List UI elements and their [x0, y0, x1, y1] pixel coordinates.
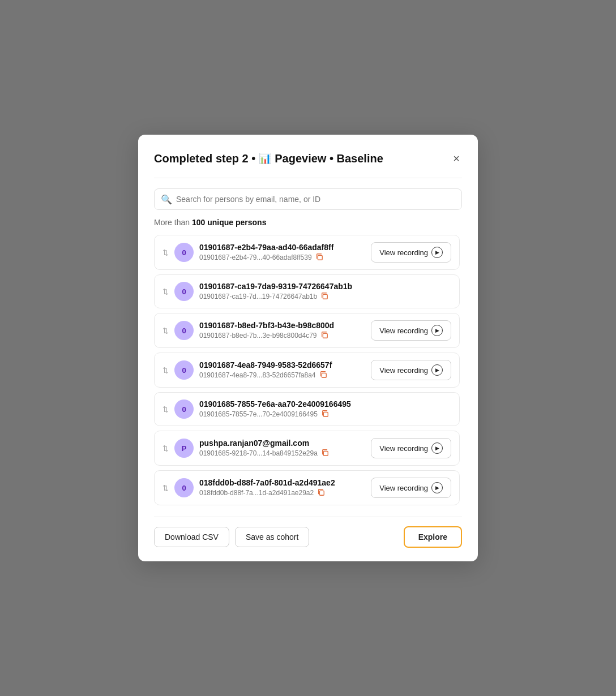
avatar: 0 — [174, 399, 194, 419]
close-button[interactable]: × — [451, 151, 462, 166]
svg-rect-2 — [323, 333, 327, 338]
person-sub: 01901685-7855-7e...70-2e4009166495 — [199, 410, 451, 419]
search-icon: 🔍 — [161, 194, 172, 205]
person-sub: 018fdd0b-d88f-7a...1d-a2d491ae29a2 — [199, 488, 365, 497]
person-id: 01901687-b8ed-7b...3e-b98c800d4c79 — [199, 332, 317, 340]
modal-dialog: Completed step 2 • 📊 Pageview • Baseline… — [138, 135, 478, 561]
person-info: 01901685-7855-7e6a-aa70-2e4009166495 019… — [199, 399, 451, 419]
person-sub: 01901687-ca19-7d...19-74726647ab1b — [199, 292, 451, 301]
title-prefix: Completed step 2 • — [154, 152, 255, 165]
person-name: 01901685-7855-7e6a-aa70-2e4009166495 — [199, 399, 451, 409]
person-id: 018fdd0b-d88f-7a...1d-a2d491ae29a2 — [199, 489, 314, 497]
download-csv-button[interactable]: Download CSV — [154, 527, 229, 547]
play-icon: ▶ — [431, 482, 443, 493]
person-id: 01901685-7855-7e...70-2e4009166495 — [199, 410, 318, 418]
svg-rect-0 — [318, 255, 322, 260]
svg-rect-6 — [320, 491, 324, 495]
modal-footer: Download CSV Save as cohort Explore — [154, 517, 462, 548]
person-card: ⇅ 0 01901687-4ea8-7949-9583-52d6657f 019… — [154, 353, 460, 388]
person-id: 01901685-9218-70...14-ba849152e29a — [199, 449, 318, 457]
view-recording-label: View recording — [379, 366, 428, 375]
person-info: 01901687-b8ed-7bf3-b43e-b98c800d 0190168… — [199, 321, 365, 340]
copy-id-button[interactable] — [320, 331, 328, 340]
person-name: 01901687-e2b4-79aa-ad40-66adaf8ff — [199, 243, 365, 252]
view-recording-label: View recording — [379, 326, 428, 335]
copy-id-button[interactable] — [315, 253, 323, 262]
copy-id-button[interactable] — [320, 292, 328, 301]
view-recording-button[interactable]: View recording ▶ — [371, 438, 451, 458]
view-recording-button[interactable]: View recording ▶ — [371, 478, 451, 498]
person-id: 01901687-4ea8-79...83-52d6657fa8a4 — [199, 371, 316, 379]
sort-icon: ⇅ — [162, 444, 169, 453]
person-sub: 01901687-b8ed-7b...3e-b98c800d4c79 — [199, 331, 365, 340]
person-card: ⇅ 0 01901687-ca19-7da9-9319-74726647ab1b… — [154, 274, 460, 308]
person-info: 01901687-e2b4-79aa-ad40-66adaf8ff 019016… — [199, 243, 365, 262]
person-sub: 01901687-e2b4-79...40-66adaf8ff539 — [199, 253, 365, 262]
title-suffix: Pageview • Baseline — [275, 152, 383, 165]
explore-button[interactable]: Explore — [404, 526, 462, 548]
avatar: 0 — [174, 282, 194, 301]
avatar: 0 — [174, 321, 194, 340]
svg-rect-5 — [323, 451, 328, 456]
modal-header: Completed step 2 • 📊 Pageview • Baseline… — [154, 151, 462, 166]
view-recording-button[interactable]: View recording ▶ — [371, 320, 451, 341]
play-icon: ▶ — [431, 247, 443, 258]
footer-left: Download CSV Save as cohort — [154, 527, 309, 547]
save-as-cohort-button[interactable]: Save as cohort — [235, 527, 309, 547]
avatar: 0 — [174, 243, 194, 262]
title-emoji: 📊 — [259, 152, 271, 165]
sort-icon: ⇅ — [162, 484, 169, 492]
copy-id-button[interactable] — [317, 488, 325, 497]
person-info: 01901687-4ea8-7949-9583-52d6657f 0190168… — [199, 360, 365, 380]
person-id: 01901687-e2b4-79...40-66adaf8ff539 — [199, 254, 312, 261]
person-name: 01901687-ca19-7da9-9319-74726647ab1b — [199, 282, 451, 291]
persons-list: ⇅ 0 01901687-e2b4-79aa-ad40-66adaf8ff 01… — [154, 235, 462, 505]
view-recording-label: View recording — [379, 484, 428, 492]
copy-id-button[interactable] — [321, 449, 329, 458]
view-recording-label: View recording — [379, 444, 428, 453]
person-card: ⇅ 0 01901687-b8ed-7bf3-b43e-b98c800d 019… — [154, 313, 460, 348]
person-info: 018fdd0b-d88f-7a0f-801d-a2d491ae2 018fdd… — [199, 478, 365, 497]
person-info: pushpa.ranjan07@gmail.com 01901685-9218-… — [199, 439, 365, 458]
search-wrapper: 🔍 — [154, 188, 462, 210]
sort-icon: ⇅ — [162, 326, 169, 335]
person-sub: 01901687-4ea8-79...83-52d6657fa8a4 — [199, 371, 365, 380]
person-name: 01901687-4ea8-7949-9583-52d6657f — [199, 360, 365, 370]
sort-icon: ⇅ — [162, 405, 169, 414]
avatar: P — [174, 439, 194, 458]
header-divider — [154, 178, 462, 178]
person-card: ⇅ 0 01901685-7855-7e6a-aa70-2e4009166495… — [154, 392, 460, 426]
svg-rect-4 — [323, 412, 328, 416]
sort-icon: ⇅ — [162, 248, 169, 257]
search-input[interactable] — [154, 188, 462, 210]
avatar: 0 — [174, 360, 194, 380]
view-recording-button[interactable]: View recording ▶ — [371, 360, 451, 380]
view-recording-button[interactable]: View recording ▶ — [371, 242, 451, 263]
play-icon: ▶ — [431, 325, 443, 336]
person-name: 01901687-b8ed-7bf3-b43e-b98c800d — [199, 321, 365, 330]
copy-id-button[interactable] — [321, 410, 329, 419]
person-card: ⇅ 0 018fdd0b-d88f-7a0f-801d-a2d491ae2 01… — [154, 470, 460, 505]
person-name: pushpa.ranjan07@gmail.com — [199, 439, 365, 448]
person-id: 01901687-ca19-7d...19-74726647ab1b — [199, 293, 317, 300]
svg-rect-1 — [323, 294, 328, 299]
person-name: 018fdd0b-d88f-7a0f-801d-a2d491ae2 — [199, 478, 365, 487]
view-recording-label: View recording — [379, 248, 428, 257]
svg-rect-3 — [322, 373, 326, 377]
person-card: ⇅ P pushpa.ranjan07@gmail.com 01901685-9… — [154, 431, 460, 466]
copy-id-button[interactable] — [319, 371, 327, 380]
sort-icon: ⇅ — [162, 287, 169, 296]
play-icon: ▶ — [431, 364, 443, 376]
play-icon: ▶ — [431, 442, 443, 454]
avatar: 0 — [174, 478, 194, 497]
persons-count: More than 100 unique persons — [154, 218, 462, 227]
sort-icon: ⇅ — [162, 366, 169, 375]
person-card: ⇅ 0 01901687-e2b4-79aa-ad40-66adaf8ff 01… — [154, 235, 460, 270]
person-sub: 01901685-9218-70...14-ba849152e29a — [199, 449, 365, 458]
person-info: 01901687-ca19-7da9-9319-74726647ab1b 019… — [199, 282, 451, 301]
modal-title: Completed step 2 • 📊 Pageview • Baseline — [154, 152, 383, 165]
